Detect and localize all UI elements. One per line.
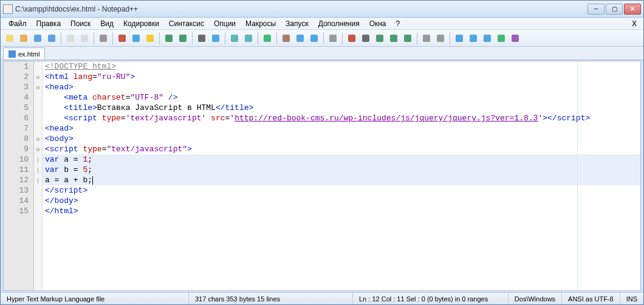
fast-forward-button[interactable] — [401, 32, 414, 45]
status-mode[interactable]: INS — [620, 293, 643, 304]
statusbar: Hyper Text Markup Language file 317 char… — [1, 292, 643, 304]
play-button[interactable] — [373, 32, 386, 45]
find-button[interactable] — [195, 32, 208, 45]
open-file-button[interactable] — [17, 32, 30, 45]
find-icon — [197, 33, 207, 43]
svg-rect-5 — [81, 35, 88, 42]
code-line[interactable]: <script type="text/javascript"> — [43, 144, 640, 154]
show-all-icon — [295, 33, 305, 43]
print-button[interactable] — [97, 32, 110, 45]
maximize-button[interactable]: ▢ — [606, 4, 623, 15]
save-all-button[interactable] — [45, 32, 58, 45]
fold-marker[interactable]: | — [34, 175, 42, 185]
save-file-button[interactable] — [31, 32, 44, 45]
paste-button[interactable] — [143, 32, 157, 45]
fold-marker[interactable]: | — [34, 165, 42, 175]
marker-button[interactable] — [495, 32, 508, 45]
menu-дополнения[interactable]: Дополнения — [314, 18, 364, 29]
redo-button[interactable] — [176, 32, 190, 45]
menu-макросы[interactable]: Макросы — [241, 18, 280, 29]
status-eol[interactable]: Dos\Windows — [509, 293, 562, 304]
bookmark-button[interactable] — [481, 32, 494, 45]
menu-правка[interactable]: Правка — [32, 18, 66, 29]
code-line[interactable]: <html lang="ru-RU"> — [43, 72, 640, 82]
indent-guide-button[interactable] — [307, 32, 321, 45]
line-number: 10 — [4, 154, 33, 165]
menu-опции[interactable]: Опции — [210, 18, 240, 29]
code-line[interactable]: var b = 5; — [43, 165, 640, 175]
code-line[interactable]: </script> — [43, 185, 640, 196]
zoom-in-button[interactable] — [228, 32, 241, 45]
fold-marker[interactable]: ⊟ — [34, 82, 42, 92]
separator — [450, 32, 450, 44]
fold-marker[interactable]: ⊟ — [34, 134, 42, 144]
line-number: 9 — [4, 144, 33, 154]
fold-marker — [34, 113, 42, 123]
code-line[interactable]: <meta charset="UTF-8" /> — [43, 92, 640, 103]
svg-rect-17 — [283, 35, 290, 42]
line-number: 7 — [4, 123, 33, 134]
code-line[interactable]: </body> — [43, 196, 640, 206]
code-line[interactable]: var a = 1; — [43, 154, 640, 165]
code-line[interactable]: <title>Вставка JavaScript в HTML</title> — [43, 103, 640, 113]
zoom-out-button[interactable] — [242, 32, 255, 45]
code-line[interactable]: </html> — [43, 206, 640, 216]
svg-rect-4 — [67, 35, 74, 42]
titlebar[interactable]: C:\xampp\htdocs\ex.html - Notepad++ ─ ▢ … — [1, 1, 643, 18]
menu-вид[interactable]: Вид — [96, 18, 118, 29]
language-button[interactable] — [326, 32, 340, 45]
play-icon — [375, 33, 385, 43]
toggle-2-button[interactable] — [434, 32, 447, 45]
status-encoding[interactable]: ANSI as UTF-8 — [562, 293, 620, 304]
wrap-button[interactable] — [279, 32, 293, 45]
new-file-button[interactable] — [3, 32, 16, 45]
svg-rect-23 — [376, 35, 383, 42]
file-tab[interactable]: ex.html — [3, 47, 45, 60]
play-multi-button[interactable] — [387, 32, 400, 45]
up-button[interactable] — [453, 32, 466, 45]
menu-файл[interactable]: Файл — [4, 18, 31, 29]
fold-marker[interactable]: ⊟ — [34, 72, 42, 82]
show-all-button[interactable] — [293, 32, 307, 45]
menu-кодировки[interactable]: Кодировки — [119, 18, 163, 29]
window-title: C:\xampp\htdocs\ex.html - Notepad++ — [15, 5, 587, 13]
menu-синтаксис[interactable]: Синтаксис — [165, 18, 208, 29]
minimize-button[interactable]: ─ — [587, 4, 605, 15]
record-button[interactable] — [345, 32, 358, 45]
fold-marker[interactable]: ⊟ — [34, 144, 42, 154]
separator — [342, 32, 343, 44]
code-line[interactable]: <head> — [43, 123, 640, 134]
code-line[interactable]: <script type='text/javascript' src='http… — [43, 113, 640, 123]
down-button[interactable] — [467, 32, 480, 45]
sync-button[interactable] — [261, 32, 274, 45]
cut-button[interactable] — [115, 32, 129, 45]
marker-icon — [496, 33, 506, 43]
stop-button[interactable] — [359, 32, 372, 45]
copy-button[interactable] — [129, 32, 143, 45]
down-icon — [468, 33, 478, 43]
toggle-1-button[interactable] — [420, 32, 433, 45]
replace-button[interactable] — [209, 32, 222, 45]
bookmark-icon — [482, 33, 492, 43]
menu-поиск[interactable]: Поиск — [66, 18, 95, 29]
code-line[interactable]: <body> — [43, 134, 640, 144]
svg-rect-14 — [231, 35, 238, 42]
svg-rect-13 — [212, 35, 219, 42]
menu-close-doc[interactable]: X — [629, 19, 640, 29]
spell-check-button[interactable] — [509, 32, 522, 45]
fold-marker[interactable]: | — [34, 154, 42, 165]
fast-forward-icon — [403, 33, 413, 43]
menu-запуск[interactable]: Запуск — [281, 18, 313, 29]
code-line[interactable]: a = a + b; — [43, 175, 640, 185]
menu-?[interactable]: ? — [392, 18, 405, 29]
close-button[interactable]: ✕ — [624, 4, 641, 15]
code-line[interactable]: <head> — [43, 82, 640, 92]
separator — [159, 32, 160, 44]
fold-marker — [34, 123, 42, 134]
close-all-button[interactable] — [78, 32, 91, 45]
menu-окна[interactable]: Окна — [365, 18, 391, 29]
code-area[interactable]: <!DOCTYPE html><html lang="ru-RU"><head>… — [43, 61, 640, 290]
code-line[interactable]: <!DOCTYPE html> — [43, 61, 640, 72]
close-file-button[interactable] — [64, 32, 77, 45]
undo-button[interactable] — [162, 32, 176, 45]
